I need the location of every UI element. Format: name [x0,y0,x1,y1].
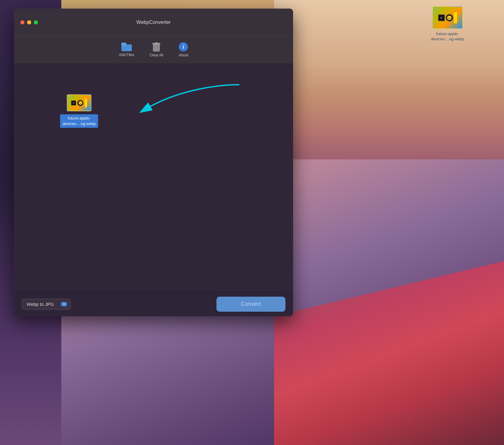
traffic-lights [20,20,38,25]
desktop-file-icon[interactable]: ⊞ 😐 future-apple- devices-...ng.webp [431,6,464,42]
about-label: About [179,53,188,57]
add-files-label: Add Files [119,53,134,57]
file-drop-area[interactable]: ⊞ 😐 future-apple- devices-...ng.webp [14,64,293,292]
annotation-arrow [14,64,293,292]
trash-icon [152,42,160,51]
format-select[interactable]: Webp to JPG Webp to PNG Webp to TIFF JPG… [22,299,71,310]
add-files-icon [121,43,132,51]
bottom-bar: Webp to JPG Webp to PNG Webp to TIFF JPG… [14,292,293,316]
desktop-top-right-area [274,0,504,159]
file-thumbnail-inner: ⊞ 😐 [71,99,87,107]
trash-icon-wrapper [152,42,160,51]
minimize-button[interactable] [27,20,31,25]
file-label: future-apple- devices-...ng.webp [60,114,98,128]
convert-button[interactable]: Convert [216,297,285,312]
info-icon: i [179,42,188,51]
window-title: WebpConverter [136,20,171,25]
desktop-file-label: future-apple- devices-...ng.webp [431,32,464,42]
close-button[interactable] [20,20,25,25]
file-thumbnail: ⊞ 😐 [67,94,91,111]
clear-all-button[interactable]: Clear All [150,42,163,57]
about-icon: i [179,42,188,51]
maximize-button[interactable] [34,20,38,25]
about-button[interactable]: i About [179,42,188,57]
desktop-file-thumbnail: ⊞ 😐 [432,6,463,29]
toolbar: Add Files Clear All i About [14,36,293,64]
clear-all-label: Clear All [150,53,163,57]
add-files-button[interactable]: Add Files [119,43,134,57]
folder-icon [121,43,132,51]
format-select-container: Webp to JPG Webp to PNG Webp to TIFF JPG… [22,299,71,310]
webp-converter-window: WebpConverter Add Files Clear All [14,9,293,316]
titlebar: WebpConverter [14,9,293,36]
file-item[interactable]: ⊞ 😐 future-apple- devices-...ng.webp [60,94,98,128]
